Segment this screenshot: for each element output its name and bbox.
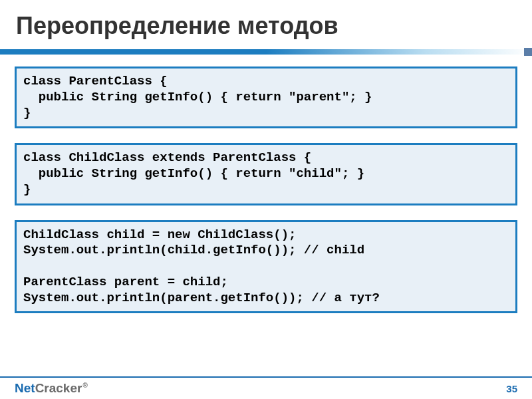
code-block-child: class ChildClass extends ParentClass { p… [15,143,517,205]
page-number: 35 [506,383,517,394]
logo: NetCracker® [15,381,88,396]
logo-reg: ® [82,382,87,389]
divider-bar [0,49,532,55]
content-area: class ParentClass { public String getInf… [0,55,532,313]
footer: NetCracker® 35 [0,376,532,399]
code-block-parent: class ParentClass { public String getInf… [15,66,517,128]
slide-title: Переопределение методов [0,0,532,49]
divider-marker [524,48,532,56]
logo-net: Net [15,381,35,396]
logo-cracker: Cracker [35,381,82,396]
code-block-usage: ChildClass child = new ChildClass(); Sys… [15,220,517,314]
